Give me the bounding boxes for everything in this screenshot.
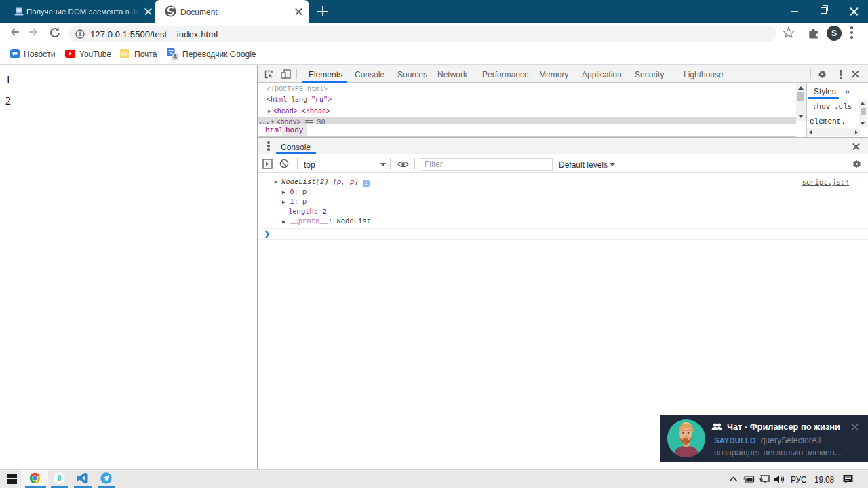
svg-text:0: 0 bbox=[58, 474, 62, 482]
